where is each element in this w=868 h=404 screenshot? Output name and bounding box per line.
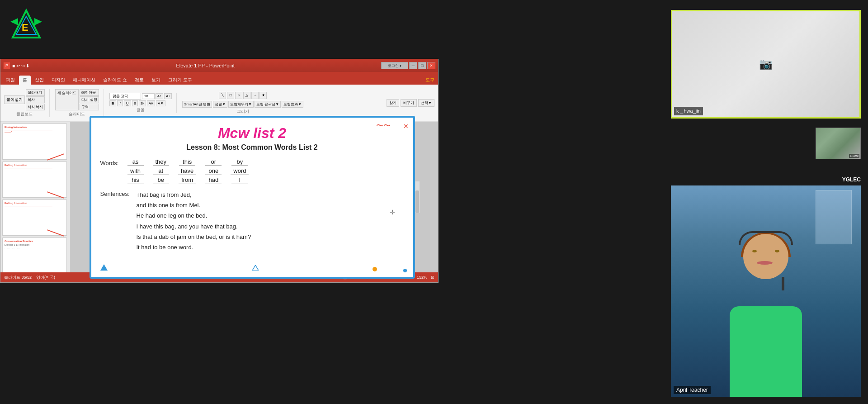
slide-thumb-34[interactable]: Conversation Practice Exercise 2-17: Int… — [2, 238, 67, 272]
shadow-button[interactable]: S² — [139, 100, 146, 106]
word-have: have — [178, 167, 196, 175]
shape-line-button[interactable]: 도형 윤곽선▼ — [255, 101, 281, 108]
svg-marker-3 — [10, 18, 18, 25]
sentence-3: He had one leg on the bed. — [137, 210, 251, 221]
new-slide-button[interactable]: 새 슬라이드 — [55, 89, 79, 110]
replace-button[interactable]: 바꾸기 — [401, 99, 417, 107]
paste-button[interactable]: 붙여넣기 — [4, 95, 25, 104]
thumbnail-video: Guest — [816, 128, 861, 159]
slide-32-arrow — [47, 191, 64, 199]
word-his: his — [127, 176, 144, 184]
word-as: as — [127, 158, 144, 166]
slide-33-title: Falling Intonation — [5, 202, 65, 204]
circle-tool[interactable]: ○ — [235, 92, 242, 99]
word-word: word — [231, 167, 249, 175]
powerpoint-window: P ■ ↩ ↪ ⬇ Elevate 1 PP - PowerPoint 로그인 … — [0, 59, 439, 283]
shape-fill-button[interactable]: 도형채우기▼ — [228, 101, 254, 108]
yellow-dot-icon — [373, 267, 377, 271]
word-or: or — [205, 158, 222, 166]
word-this: this — [179, 158, 195, 166]
font-selector[interactable]: 맑은 고딕 — [109, 93, 141, 100]
color-button[interactable]: A▼ — [156, 100, 165, 106]
sentence-1: That bag is from Jed, — [137, 190, 251, 200]
minimize-button[interactable]: ─ — [409, 62, 417, 69]
select-button[interactable]: 선택▼ — [418, 99, 434, 107]
word-they: they — [153, 158, 170, 166]
bold-button[interactable]: B — [109, 100, 117, 106]
svg-marker-5 — [252, 265, 259, 271]
fit-button[interactable]: ⊡ — [431, 275, 434, 280]
tab-view[interactable]: 보기 — [148, 76, 164, 85]
tab-slideshow[interactable]: 슬라이드 쇼 — [99, 76, 131, 85]
language-indicator: 영어(미국) — [36, 275, 55, 280]
slide-scrollbar[interactable] — [415, 181, 420, 213]
window-controls[interactable]: 로그인 ♦ ─ □ ✕ — [381, 62, 435, 69]
slide-thumb-33[interactable]: Falling Intonation — [2, 200, 67, 236]
arrow-tool[interactable]: → — [251, 92, 259, 99]
font-row1: 맑은 고딕 18 A↑ A↓ — [109, 93, 172, 100]
mouth — [757, 261, 773, 265]
word-col-4: or one had — [205, 158, 222, 184]
find-button[interactable]: 찾기 — [387, 99, 399, 107]
reset-button[interactable]: 다시 설정 — [80, 96, 99, 103]
shape-buttons: ╲ □ ○ △ → ★ — [219, 92, 267, 99]
thumb-video-label: Guest — [849, 154, 859, 158]
word-col-3: this have from — [178, 158, 196, 184]
slide-thumb-31[interactable]: Rising Intonation ——↗ — [2, 124, 67, 160]
arrange-button[interactable]: 정렬▼ — [213, 101, 227, 108]
video-placeholder-icon: 📷 — [759, 58, 773, 71]
slide-main-subtitle: Lesson 8: Most Common Words List 2 — [100, 143, 404, 152]
font-size-input[interactable]: 18 — [142, 93, 155, 99]
tab-insert[interactable]: 삽입 — [31, 76, 47, 85]
tab-design[interactable]: 디자인 — [48, 76, 69, 85]
smartart-button[interactable]: SmartArt편 변환 — [182, 101, 212, 108]
triangle-bottom-left — [100, 264, 108, 271]
shape-effect-button[interactable]: 도형효과▼ — [282, 101, 303, 108]
tab-file[interactable]: 파일 — [2, 76, 19, 85]
left-eye — [752, 250, 757, 252]
tab-review[interactable]: 검토 — [131, 76, 147, 85]
layout-button[interactable]: 레이아웃 — [80, 89, 99, 96]
slide-thumb-wrapper-33: 33 Falling Intonation — [2, 200, 68, 236]
drawing-group: ╲ □ ○ △ → ★ SmartArt편 변환 정렬▼ 도형채우기▼ 도형 윤… — [182, 92, 308, 114]
slide-thumb-wrapper-31: 31 Rising Intonation ——↗ — [2, 124, 68, 160]
section-button[interactable]: 구역 — [80, 104, 99, 110]
dot-blue — [403, 269, 407, 272]
tab-animation[interactable]: 애니메이션 — [69, 76, 99, 85]
close-button[interactable]: ✕ — [427, 62, 435, 69]
triangle-tool[interactable]: △ — [243, 92, 250, 99]
tab-draw-tools[interactable]: 그리기 도구 — [165, 76, 196, 85]
scrollbar-thumb[interactable] — [415, 190, 419, 213]
star-tool[interactable]: ★ — [259, 92, 267, 99]
format-paint-button[interactable]: 서식 복사 — [26, 104, 45, 110]
ppt-main-area: 31 Rising Intonation ——↗ 32 Falling Into… — [0, 122, 438, 272]
app-logo: E — [8, 8, 44, 44]
maximize-button[interactable]: □ — [418, 62, 426, 69]
teacher-mic — [782, 277, 784, 290]
ppt-icon: P — [3, 62, 10, 69]
font-shrink-button[interactable]: A↓ — [164, 93, 172, 99]
words-section: Words: as with his they at be — [100, 158, 404, 184]
italic-button[interactable]: I — [117, 100, 123, 106]
slide-thumb-32[interactable]: Falling Intonation — [2, 162, 67, 198]
sentence-2: and this one is from Mel. — [137, 200, 251, 210]
rect-tool[interactable]: □ — [227, 92, 234, 99]
window-title: Elevate 1 PP - PowerPoint — [29, 63, 381, 68]
font-grow-button[interactable]: A↑ — [156, 93, 163, 99]
strikethrough-button[interactable]: S — [132, 100, 138, 106]
cursor-icon: ✛ — [390, 209, 395, 216]
slide-33-line — [5, 206, 52, 206]
tab-home[interactable]: 홈 — [19, 76, 31, 85]
word-at: at — [153, 167, 169, 175]
spacing-button[interactable]: AV — [147, 100, 155, 106]
underline-button[interactable]: U — [124, 100, 131, 106]
login-area[interactable]: 로그인 ♦ — [381, 62, 408, 69]
drawing-label: 그리기 — [237, 109, 249, 114]
cut-button[interactable]: 잘라내기 — [26, 89, 45, 96]
copy-button[interactable]: 복사 — [26, 96, 45, 103]
slide-31-title: Rising Intonation — [5, 126, 65, 128]
line-tool[interactable]: ╲ — [219, 92, 226, 99]
sentence-6: It had to be one word. — [137, 242, 251, 252]
quick-access: ■ ↩ ↪ ⬇ — [12, 63, 29, 68]
close-icon[interactable]: ✕ — [403, 123, 409, 130]
